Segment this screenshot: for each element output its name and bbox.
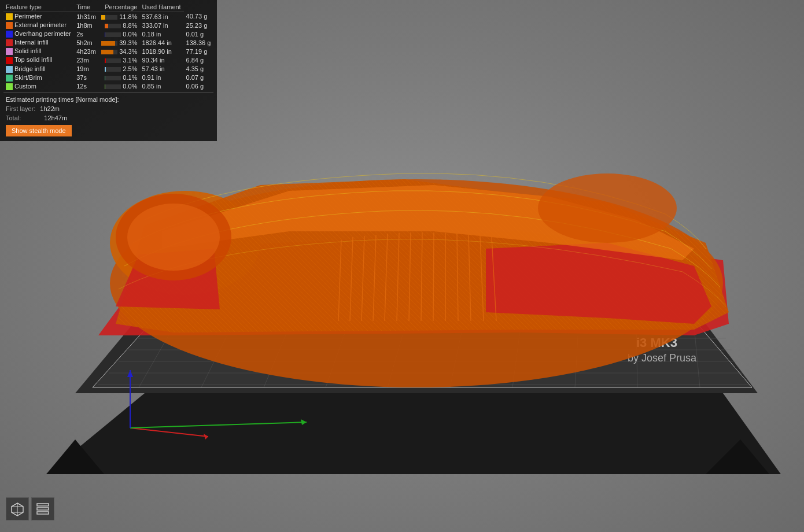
feature-weight-cell: 40.73 g (184, 12, 213, 21)
first-layer-value: 1h22m (40, 105, 60, 112)
svg-rect-62 (37, 508, 49, 510)
svg-rect-63 (37, 512, 49, 514)
table-row: Bridge infill19m 2.5%57.43 in4.35 g (3, 65, 213, 73)
feature-name-cell: Bridge infill (3, 65, 74, 73)
feature-length-cell: 57.43 in (139, 65, 183, 73)
table-row: Perimeter1h31m 11.8%537.63 in40.73 g (3, 12, 213, 21)
feature-weight-cell: 25.23 g (184, 21, 213, 29)
feature-length-cell: 90.34 in (139, 56, 183, 64)
first-layer-label: First layer: (6, 105, 35, 112)
show-stealth-mode-button[interactable]: Show stealth mode (6, 125, 72, 136)
feature-length-cell: 333.07 in (139, 21, 183, 29)
table-row: External perimeter1h8m 8.8%333.07 in25.2… (3, 21, 213, 29)
feature-pct-cell: 0.0% (98, 29, 139, 38)
svg-point-33 (538, 173, 677, 243)
feature-length-cell: 1018.90 in (139, 47, 183, 56)
feature-weight-cell: 0.06 g (184, 82, 213, 91)
layers-view-button[interactable] (31, 497, 54, 520)
cube-icon (9, 501, 25, 517)
table-row: Overhang perimeter2s 0.0%0.18 in0.01 g (3, 29, 213, 38)
feature-pct-cell: 0.1% (98, 73, 139, 82)
feature-time-cell: 19m (74, 65, 98, 73)
estimated-label: Estimated printing times [Normal mode]: (6, 96, 119, 103)
table-row: Top solid infill23m 3.1%90.34 in6.84 g (3, 56, 213, 64)
feature-name-cell: Solid infill (3, 47, 74, 56)
col-feature-type: Feature type (3, 2, 74, 12)
feature-length-cell: 0.91 in (139, 73, 183, 82)
feature-length-cell: 537.63 in (139, 12, 183, 21)
table-row: Internal infill5h2m 39.3%1826.44 in138.3… (3, 38, 213, 47)
divider-1 (3, 93, 213, 93)
feature-pct-cell: 8.8% (98, 21, 139, 29)
feature-pct-cell: 11.8% (98, 12, 139, 21)
estimated-printing-times: Estimated printing times [Normal mode]: (3, 95, 213, 104)
feature-name-cell: Top solid infill (3, 56, 74, 64)
total-label: Total: (6, 114, 21, 121)
feature-pct-cell: 3.1% (98, 56, 139, 64)
feature-table: Feature type Time Percentage Used filame… (3, 2, 213, 91)
svg-line-43 (433, 232, 434, 321)
feature-weight-cell: 0.01 g (184, 29, 213, 38)
feature-pct-cell: 0.0% (98, 82, 139, 91)
feature-pct-cell: 2.5% (98, 65, 139, 73)
svg-point-32 (127, 204, 220, 271)
feature-time-cell: 23m (74, 56, 98, 64)
feature-time-cell: 12s (74, 82, 98, 91)
col-time: Time (74, 2, 98, 12)
table-row: Custom12s 0.0%0.85 in0.06 g (3, 82, 213, 91)
feature-weight-cell: 0.07 g (184, 73, 213, 82)
total-value: 12h47m (44, 114, 67, 121)
feature-name-cell: Skirt/Brim (3, 73, 74, 82)
layers-icon (35, 501, 51, 517)
feature-time-cell: 37s (74, 73, 98, 82)
feature-name-cell: Perimeter (3, 12, 74, 21)
stats-panel: Feature type Time Percentage Used filame… (0, 0, 217, 141)
first-layer-row: First layer: 1h22m (3, 104, 213, 113)
feature-time-cell: 1h8m (74, 21, 98, 29)
feature-time-cell: 4h23m (74, 47, 98, 56)
col-used-filament: Used filament (139, 2, 183, 12)
feature-name-cell: External perimeter (3, 21, 74, 29)
total-row: Total: 12h47m (3, 113, 213, 123)
feature-pct-cell: 39.3% (98, 38, 139, 47)
feature-time-cell: 5h2m (74, 38, 98, 47)
table-row: Solid infill4h23m 34.3%1018.90 in77.19 g (3, 47, 213, 56)
feature-name-cell: Custom (3, 82, 74, 91)
feature-time-cell: 2s (74, 29, 98, 38)
bottom-icons (6, 497, 54, 520)
svg-marker-0 (46, 393, 781, 474)
feature-pct-cell: 34.3% (98, 47, 139, 56)
feature-weight-cell: 6.84 g (184, 56, 213, 64)
feature-name-cell: Overhang perimeter (3, 29, 74, 38)
feature-time-cell: 1h31m (74, 12, 98, 21)
table-row: Skirt/Brim37s 0.1%0.91 in0.07 g (3, 73, 213, 82)
feature-length-cell: 0.18 in (139, 29, 183, 38)
feature-weight-cell: 138.36 g (184, 38, 213, 47)
stealth-mode-container: Show stealth mode (3, 123, 213, 139)
feature-weight-cell: 77.19 g (184, 47, 213, 56)
cube-view-button[interactable] (6, 497, 29, 520)
feature-length-cell: 0.85 in (139, 82, 183, 91)
feature-weight-cell: 4.35 g (184, 65, 213, 73)
col-percentage: Percentage (98, 2, 139, 12)
feature-length-cell: 1826.44 in (139, 38, 183, 47)
svg-rect-61 (37, 504, 49, 506)
feature-name-cell: Internal infill (3, 38, 74, 47)
